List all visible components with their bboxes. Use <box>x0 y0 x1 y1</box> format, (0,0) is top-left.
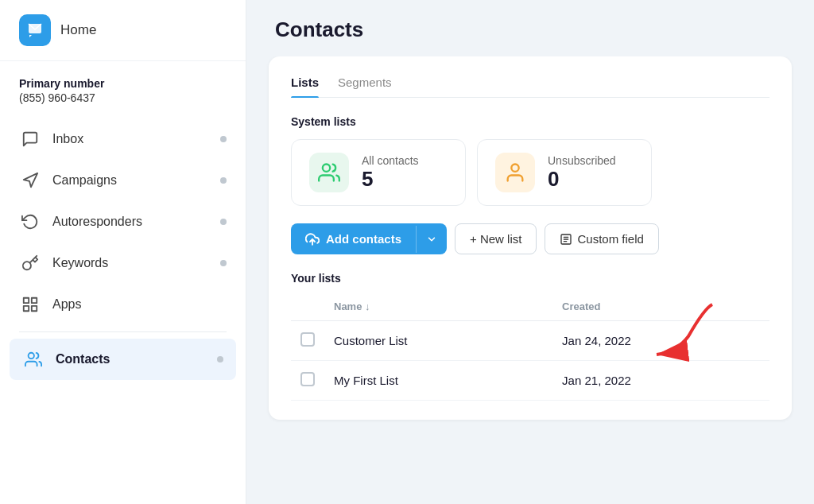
contacts-icon <box>22 348 45 370</box>
apps-icon <box>19 293 41 316</box>
tab-lists[interactable]: Lists <box>291 76 319 97</box>
row1-name[interactable]: Customer List <box>324 321 552 361</box>
content-area: Lists Segments System lists <box>246 56 814 504</box>
nav-divider <box>19 331 227 332</box>
sidebar-item-autoresponders[interactable]: Autoresponders <box>0 201 246 242</box>
action-buttons: Add contacts + New list <box>291 223 769 254</box>
phone-number: (855) 960-6437 <box>19 91 227 104</box>
svg-point-5 <box>323 165 330 172</box>
megaphone-icon <box>19 169 41 192</box>
table-header-row: Name ↓ Created <box>291 293 769 321</box>
new-list-button[interactable]: + New list <box>455 223 537 254</box>
col-checkbox <box>291 293 324 321</box>
keywords-dot <box>220 260 227 266</box>
unsubscribed-count: 0 <box>548 167 616 192</box>
row2-checkbox[interactable] <box>300 372 315 386</box>
svg-point-6 <box>511 165 518 172</box>
col-created: Created <box>552 293 769 321</box>
campaigns-dot <box>220 177 227 184</box>
system-lists: All contacts 5 Unsubscribed 0 <box>291 139 769 206</box>
sidebar-item-apps[interactable]: Apps <box>0 284 246 325</box>
lists-table-wrapper: Name ↓ Created Customer List Jan 24, 202… <box>291 293 769 401</box>
all-contacts-icon <box>309 153 349 192</box>
page-header: Contacts <box>246 0 814 56</box>
sidebar-item-campaigns[interactable]: Campaigns <box>0 160 246 201</box>
autoresponders-label: Autoresponders <box>52 215 220 229</box>
row2-checkbox-cell <box>291 361 324 401</box>
svg-rect-0 <box>24 298 29 303</box>
upload-icon <box>305 232 320 246</box>
primary-number-label: Primary number <box>19 77 227 90</box>
add-contacts-dropdown-arrow[interactable] <box>416 226 447 253</box>
your-lists-title: Your lists <box>291 272 769 285</box>
custom-field-label: Custom field <box>577 232 643 246</box>
add-contacts-label: Add contacts <box>326 232 401 246</box>
custom-field-button[interactable]: Custom field <box>545 223 658 254</box>
row2-name[interactable]: My First List <box>324 361 552 401</box>
svg-rect-1 <box>32 298 37 303</box>
phone-section: Primary number (855) 960-6437 <box>0 61 246 112</box>
row2-created: Jan 21, 2022 <box>552 361 769 401</box>
app-logo <box>19 14 51 46</box>
refresh-icon <box>19 211 41 233</box>
unsubscribed-icon <box>495 153 535 192</box>
new-list-label: + New list <box>470 232 521 246</box>
sidebar-header: Home <box>0 0 246 61</box>
key-icon <box>19 252 41 274</box>
all-contacts-card[interactable]: All contacts 5 <box>291 139 466 206</box>
nav-menu: Inbox Campaigns Autoresponders <box>0 112 246 504</box>
campaigns-label: Campaigns <box>52 173 220 188</box>
custom-field-icon <box>560 233 572 246</box>
inbox-label: Inbox <box>52 132 220 146</box>
tab-segments[interactable]: Segments <box>338 76 392 97</box>
sidebar-item-keywords[interactable]: Keywords <box>0 242 246 284</box>
table-row: Customer List Jan 24, 2022 <box>291 321 769 361</box>
lists-table: Name ↓ Created Customer List Jan 24, 202… <box>291 293 769 401</box>
system-lists-title: System lists <box>291 115 769 128</box>
contacts-card: Lists Segments System lists <box>269 56 792 420</box>
chevron-down-icon <box>426 234 437 245</box>
add-contacts-main: Add contacts <box>291 224 416 254</box>
page-title: Contacts <box>275 17 785 42</box>
contacts-label: Contacts <box>56 352 217 366</box>
sidebar: Home Primary number (855) 960-6437 Inbox… <box>0 0 246 504</box>
svg-rect-3 <box>24 306 29 311</box>
table-row: My First List Jan 21, 2022 <box>291 361 769 401</box>
sidebar-item-contacts[interactable]: Contacts <box>10 339 236 380</box>
all-contacts-name: All contacts <box>362 154 419 167</box>
svg-point-4 <box>29 353 34 359</box>
tabs-container: Lists Segments <box>291 76 769 98</box>
unsubscribed-card[interactable]: Unsubscribed 0 <box>477 139 652 206</box>
all-contacts-info: All contacts 5 <box>362 154 419 192</box>
inbox-dot <box>220 136 227 142</box>
row1-checkbox-cell <box>291 321 324 361</box>
row1-created: Jan 24, 2022 <box>552 321 769 361</box>
sidebar-item-inbox[interactable]: Inbox <box>0 118 246 160</box>
main-content: Contacts Lists Segments System lists <box>246 0 814 504</box>
keywords-label: Keywords <box>52 256 220 270</box>
svg-rect-2 <box>32 306 37 311</box>
chat-icon <box>19 128 41 150</box>
unsubscribed-info: Unsubscribed 0 <box>548 154 616 192</box>
autoresponders-dot <box>220 219 227 225</box>
all-contacts-count: 5 <box>362 167 419 192</box>
add-contacts-button[interactable]: Add contacts <box>291 223 447 254</box>
unsubscribed-name: Unsubscribed <box>548 154 616 167</box>
col-name[interactable]: Name ↓ <box>324 293 552 321</box>
apps-label: Apps <box>52 297 227 312</box>
row1-checkbox[interactable] <box>300 332 315 347</box>
contacts-dot <box>217 356 223 362</box>
home-label: Home <box>60 22 96 38</box>
